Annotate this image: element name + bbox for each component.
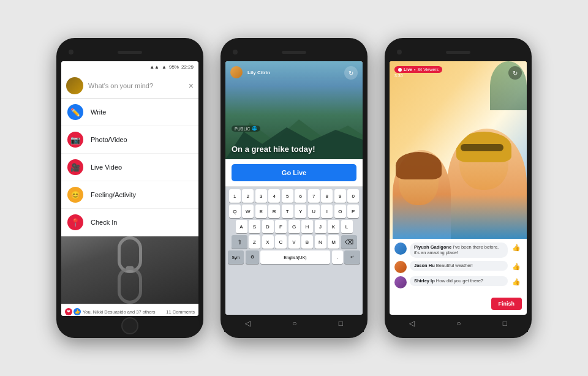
front-camera-2 bbox=[233, 50, 238, 55]
hike-caption-text: On a great hike today! bbox=[232, 145, 315, 154]
bottom-photo-area bbox=[61, 236, 198, 304]
period-key[interactable]: . bbox=[332, 250, 343, 264]
key-8[interactable]: 8 bbox=[321, 189, 333, 203]
photo-video-menu-item[interactable]: 📷 Photo/Video bbox=[61, 126, 198, 154]
key-j[interactable]: J bbox=[315, 220, 326, 233]
key-t[interactable]: T bbox=[282, 205, 293, 218]
key-u[interactable]: U bbox=[308, 205, 320, 218]
key-4[interactable]: 4 bbox=[268, 189, 280, 203]
phone3-content: Live • 34 Viewers 3:30 ↻ Piyush Gadigone… bbox=[390, 61, 527, 315]
keyboard-qwerty-row[interactable]: Q W E R T Y U I O P bbox=[227, 205, 361, 218]
key-d[interactable]: D bbox=[262, 220, 274, 233]
commenter-name-3: Shirley Ip bbox=[414, 278, 435, 284]
key-f[interactable]: F bbox=[275, 220, 287, 233]
home-button[interactable] bbox=[121, 317, 138, 334]
rotate-camera-button[interactable]: ↻ bbox=[344, 66, 358, 80]
key-l[interactable]: L bbox=[341, 220, 353, 233]
key-n[interactable]: N bbox=[315, 235, 326, 249]
user-info-overlay: Lily Citrin bbox=[230, 66, 270, 78]
comment-row-3: Shirley Ip How did you get there? 👍 bbox=[394, 276, 522, 288]
enter-key[interactable]: ↵ bbox=[344, 250, 360, 264]
public-label: PUBLIC bbox=[235, 127, 250, 131]
write-menu-item[interactable]: ✏️ Write bbox=[61, 99, 198, 126]
key-m[interactable]: M bbox=[328, 235, 339, 249]
key-0[interactable]: 0 bbox=[347, 189, 359, 203]
key-r[interactable]: R bbox=[268, 205, 280, 218]
selfie-background bbox=[390, 61, 527, 239]
key-c[interactable]: C bbox=[275, 235, 287, 249]
home-nav-button-3[interactable]: ○ bbox=[456, 319, 461, 328]
key-z[interactable]: Z bbox=[249, 235, 260, 249]
go-live-button[interactable]: Go Live bbox=[232, 164, 356, 181]
key-6[interactable]: 6 bbox=[295, 189, 306, 203]
key-b[interactable]: B bbox=[301, 235, 313, 249]
like-button-3[interactable]: 👍 bbox=[511, 276, 522, 287]
close-icon[interactable]: × bbox=[189, 81, 194, 91]
feeling-menu-item[interactable]: 😊 Feeling/Activity bbox=[61, 181, 198, 209]
key-h[interactable]: H bbox=[301, 220, 313, 233]
likes-text: You, Nikki Desuasido and 37 others bbox=[83, 309, 156, 315]
back-nav-button-3[interactable]: ◁ bbox=[409, 319, 415, 328]
live-video-menu-item[interactable]: 🎥 Live Video bbox=[61, 154, 198, 181]
key-v[interactable]: V bbox=[288, 235, 300, 249]
gear-key[interactable]: ⚙ bbox=[246, 250, 259, 264]
heart-reaction: ❤ bbox=[65, 308, 72, 315]
front-camera bbox=[69, 50, 74, 55]
recents-nav-button[interactable]: □ bbox=[339, 319, 343, 328]
checkin-menu-item[interactable]: 📍 Check In bbox=[61, 209, 198, 236]
photo-icon: 📷 bbox=[67, 132, 83, 148]
back-nav-button[interactable]: ◁ bbox=[245, 319, 251, 328]
live-label: Live bbox=[404, 67, 412, 72]
key-k[interactable]: K bbox=[328, 220, 339, 233]
user-avatar bbox=[66, 77, 83, 94]
key-5[interactable]: 5 bbox=[282, 189, 293, 203]
post-header[interactable]: What's on your mind? × bbox=[61, 72, 198, 99]
key-9[interactable]: 9 bbox=[334, 189, 346, 203]
navigation-bar-3: ◁ ○ □ bbox=[388, 315, 528, 332]
keyboard-bottom-row[interactable]: Sym ⚙ English(UK) . ↵ bbox=[227, 250, 361, 264]
public-badge: PUBLIC 🌐 bbox=[232, 126, 260, 132]
finish-button[interactable]: Finish bbox=[491, 298, 522, 310]
key-x[interactable]: X bbox=[262, 235, 274, 249]
key-g[interactable]: G bbox=[288, 220, 300, 233]
phone3-top-bar bbox=[388, 45, 528, 59]
comment-bubble-2: Jason Hu Beautiful weather! bbox=[410, 261, 508, 271]
rotate-camera-button-2[interactable]: ↻ bbox=[508, 66, 522, 80]
front-camera-3 bbox=[397, 50, 402, 55]
comment-text-2: Beautiful weather! bbox=[436, 263, 473, 268]
like-button-1[interactable]: 👍 bbox=[511, 243, 522, 254]
virtual-keyboard[interactable]: 1 2 3 4 5 6 7 8 9 0 Q W E R T Y bbox=[225, 187, 363, 315]
key-p[interactable]: P bbox=[347, 205, 359, 218]
post-placeholder-text[interactable]: What's on your mind? bbox=[88, 82, 184, 89]
checkin-label: Check In bbox=[91, 219, 117, 226]
key-3[interactable]: 3 bbox=[255, 189, 267, 203]
comment-text-3: How did you get there? bbox=[436, 278, 483, 284]
key-s[interactable]: S bbox=[249, 220, 260, 233]
key-a[interactable]: A bbox=[236, 220, 247, 233]
key-7[interactable]: 7 bbox=[308, 189, 320, 203]
key-i[interactable]: I bbox=[321, 205, 333, 218]
wifi-icon: ▲ bbox=[162, 64, 167, 70]
like-button-2[interactable]: 👍 bbox=[511, 261, 522, 272]
photo-video-label: Photo/Video bbox=[91, 136, 127, 143]
key-2[interactable]: 2 bbox=[242, 189, 254, 203]
sym-key[interactable]: Sym bbox=[228, 250, 244, 264]
keyboard-number-row[interactable]: 1 2 3 4 5 6 7 8 9 0 bbox=[227, 189, 361, 203]
recents-nav-button-3[interactable]: □ bbox=[503, 319, 507, 328]
space-key[interactable]: English(UK) bbox=[260, 250, 330, 264]
key-1[interactable]: 1 bbox=[229, 189, 241, 203]
shirley-avatar bbox=[394, 276, 407, 288]
keyboard-zxcv-row[interactable]: ⇧ Z X C V B N M ⌫ bbox=[227, 235, 361, 249]
key-o[interactable]: O bbox=[334, 205, 346, 218]
key-y[interactable]: Y bbox=[295, 205, 306, 218]
key-q[interactable]: Q bbox=[229, 205, 241, 218]
key-e[interactable]: E bbox=[255, 205, 267, 218]
speaker bbox=[118, 51, 142, 54]
home-nav-button[interactable]: ○ bbox=[292, 319, 296, 328]
shift-key[interactable]: ⇧ bbox=[232, 235, 247, 249]
delete-key[interactable]: ⌫ bbox=[341, 235, 357, 249]
key-w[interactable]: W bbox=[242, 205, 254, 218]
viewers-text: 34 Viewers bbox=[417, 67, 439, 72]
keyboard-asdf-row[interactable]: A S D F G H J K L bbox=[227, 220, 361, 233]
post-footer: ❤ 👍 You, Nikki Desuasido and 37 others 1… bbox=[61, 304, 198, 316]
